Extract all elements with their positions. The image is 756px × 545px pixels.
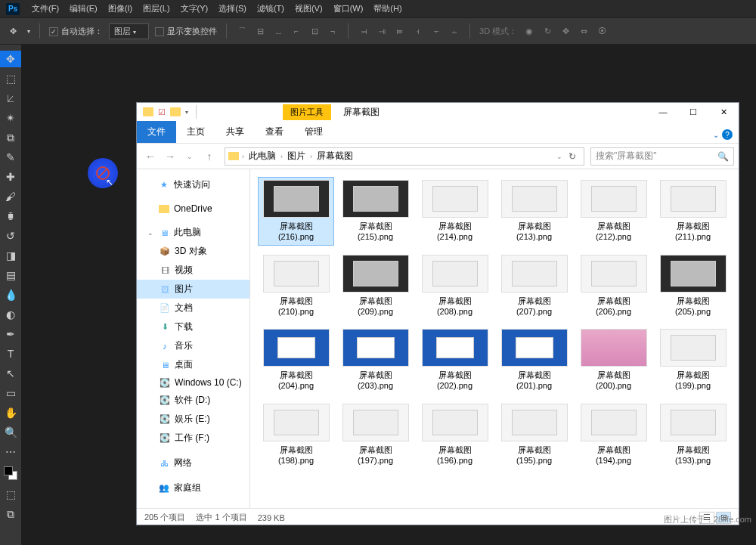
file-item[interactable]: 屏幕截图 (200).png — [575, 326, 652, 395]
file-item[interactable]: 屏幕截图 (201).png — [496, 326, 572, 395]
blur-tool[interactable]: 💧 — [0, 286, 21, 303]
screen-mode-tool[interactable]: ⧉ — [0, 506, 21, 522]
eraser-tool[interactable]: ◨ — [0, 247, 21, 264]
shape-tool[interactable]: ▭ — [0, 385, 21, 401]
sidebar-e-drive[interactable]: 💽娱乐 (E:) — [137, 410, 249, 429]
zoom-tool[interactable]: 🔍 — [0, 424, 21, 441]
sidebar-onedrive[interactable]: OneDrive — [137, 200, 249, 217]
heal-tool[interactable]: ✚ — [0, 169, 21, 185]
sidebar-3d-objects[interactable]: 📦3D 对象 — [137, 242, 249, 261]
breadcrumb-dropdown-icon[interactable]: ⌄ — [556, 153, 562, 160]
search-input[interactable]: 搜索"屏幕截图" 🔍 — [590, 147, 734, 166]
menu-help[interactable]: 帮助(H) — [369, 2, 406, 16]
explorer-content[interactable]: 屏幕截图 (216).png屏幕截图 (215).png屏幕截图 (214).p… — [250, 169, 739, 508]
wand-tool[interactable]: ✴ — [0, 110, 21, 126]
sidebar-videos[interactable]: 🎞视频 — [137, 261, 249, 280]
align-left-icon[interactable]: ⌐ — [290, 25, 302, 37]
up-button[interactable]: ↑ — [200, 147, 218, 166]
align-bottom-icon[interactable]: ⎵ — [272, 25, 284, 37]
history-brush-tool[interactable]: ↺ — [0, 228, 21, 244]
file-item[interactable]: 屏幕截图 (208).png — [417, 252, 493, 320]
folder-open-icon[interactable] — [170, 107, 181, 116]
tool-dropdown-icon[interactable]: ▾ — [27, 28, 30, 35]
stamp-tool[interactable]: ⧯ — [0, 208, 21, 225]
file-item[interactable]: 屏幕截图 (211).png — [655, 177, 731, 246]
file-item[interactable]: 屏幕截图 (195).png — [496, 401, 572, 469]
back-button[interactable]: ← — [141, 147, 160, 166]
sidebar-quick-access[interactable]: ★快速访问 — [137, 175, 249, 194]
align-top-icon[interactable]: ⎴ — [236, 25, 248, 37]
file-item[interactable]: 屏幕截图 (210).png — [258, 252, 334, 320]
foreground-color[interactable] — [4, 466, 13, 475]
file-item[interactable]: 屏幕截图 (193).png — [655, 401, 731, 469]
file-item[interactable]: 屏幕截图 (213).png — [496, 177, 572, 246]
picture-tools-tab[interactable]: 图片工具 — [283, 104, 331, 120]
menu-image[interactable]: 图像(I) — [104, 2, 137, 16]
sidebar-pictures[interactable]: 🖼图片 — [137, 280, 249, 299]
file-item[interactable]: 屏幕截图 (215).png — [337, 177, 414, 246]
refresh-button[interactable]: ↻ — [564, 151, 581, 162]
marquee-tool[interactable]: ⬚ — [0, 70, 21, 87]
address-bar[interactable]: › 此电脑 › 图片 › 屏幕截图 ⌄ ↻ — [225, 147, 584, 166]
crumb-pictures[interactable]: 图片 — [284, 148, 308, 164]
minimize-button[interactable]: — — [648, 103, 678, 121]
dist-hcenter-icon[interactable]: ⫟ — [430, 25, 442, 37]
ribbon-expand-icon[interactable]: ⌄ — [713, 131, 719, 139]
file-item[interactable]: 屏幕截图 (204).png — [258, 326, 334, 395]
crop-tool[interactable]: ⧉ — [0, 129, 21, 146]
file-item[interactable]: 屏幕截图 (196).png — [417, 401, 493, 469]
file-item[interactable]: 屏幕截图 (205).png — [655, 252, 731, 320]
file-item[interactable]: 屏幕截图 (202).png — [417, 326, 493, 395]
maximize-button[interactable]: ☐ — [678, 103, 708, 121]
sidebar-f-drive[interactable]: 💽工作 (F:) — [137, 429, 249, 447]
crumb-screenshots[interactable]: 屏幕截图 — [314, 148, 356, 164]
align-right-icon[interactable]: ¬ — [327, 25, 339, 37]
qat-checkbox-icon[interactable]: ☑ — [158, 107, 166, 117]
crumb-thispc[interactable]: 此电脑 — [246, 148, 279, 164]
hand-tool[interactable]: ✋ — [0, 404, 21, 421]
file-item[interactable]: 屏幕截图 (206).png — [575, 252, 652, 320]
forward-button[interactable]: → — [161, 147, 179, 166]
file-item[interactable]: 屏幕截图 (194).png — [575, 401, 652, 469]
recent-dropdown[interactable]: ⌄ — [181, 147, 199, 166]
dist-top-icon[interactable]: ⫤ — [358, 25, 370, 37]
sidebar-downloads[interactable]: ⬇下载 — [137, 317, 249, 336]
file-item[interactable]: 屏幕截图 (207).png — [496, 252, 572, 320]
menu-view[interactable]: 视图(V) — [290, 2, 327, 16]
gradient-tool[interactable]: ▤ — [0, 267, 21, 283]
lasso-tool[interactable]: ⟀ — [0, 90, 21, 107]
sidebar-thispc[interactable]: ⌄🖥此电脑 — [137, 223, 249, 242]
file-item[interactable]: 屏幕截图 (203).png — [337, 326, 414, 395]
dodge-tool[interactable]: ◐ — [0, 306, 21, 323]
dist-bottom-icon[interactable]: ⫢ — [394, 25, 406, 37]
file-item[interactable]: 屏幕截图 (214).png — [417, 177, 493, 246]
auto-select-checkbox[interactable]: 自动选择： — [49, 26, 103, 37]
sidebar-music[interactable]: ♪音乐 — [137, 336, 249, 355]
menu-select[interactable]: 选择(S) — [214, 2, 251, 16]
sidebar-network[interactable]: 🖧网络 — [137, 454, 249, 472]
sidebar-desktop[interactable]: 🖥桌面 — [137, 355, 249, 374]
sidebar-documents[interactable]: 📄文档 — [137, 299, 249, 317]
brush-tool[interactable]: 🖌 — [0, 188, 21, 205]
ribbon-home-tab[interactable]: 主页 — [176, 121, 215, 143]
file-item[interactable]: 屏幕截图 (216).png — [258, 177, 334, 246]
ribbon-manage-tab[interactable]: 管理 — [294, 121, 333, 143]
menu-edit[interactable]: 编辑(E) — [65, 2, 102, 16]
color-swatch[interactable] — [4, 466, 17, 480]
sidebar-c-drive[interactable]: 💽Windows 10 (C:) — [137, 374, 249, 391]
sidebar-d-drive[interactable]: 💽软件 (D:) — [137, 391, 249, 410]
menu-file[interactable]: 文件(F) — [27, 2, 64, 16]
file-item[interactable]: 屏幕截图 (212).png — [575, 177, 652, 246]
close-button[interactable]: ✕ — [708, 103, 739, 121]
file-item[interactable]: 屏幕截图 (198).png — [258, 401, 334, 469]
align-vcenter-icon[interactable]: ⊟ — [254, 25, 266, 37]
auto-select-target[interactable]: 图层 ▾ — [109, 23, 149, 39]
sidebar-homegroup[interactable]: 👥家庭组 — [137, 478, 249, 497]
quick-mask-tool[interactable]: ⬚ — [0, 486, 21, 503]
help-icon[interactable]: ? — [722, 129, 733, 140]
dist-right-icon[interactable]: ⫠ — [448, 25, 460, 37]
path-select-tool[interactable]: ↖ — [0, 365, 21, 382]
ribbon-share-tab[interactable]: 共享 — [215, 121, 255, 143]
file-item[interactable]: 屏幕截图 (209).png — [337, 252, 414, 320]
menu-filter[interactable]: 滤镜(T) — [253, 2, 289, 16]
